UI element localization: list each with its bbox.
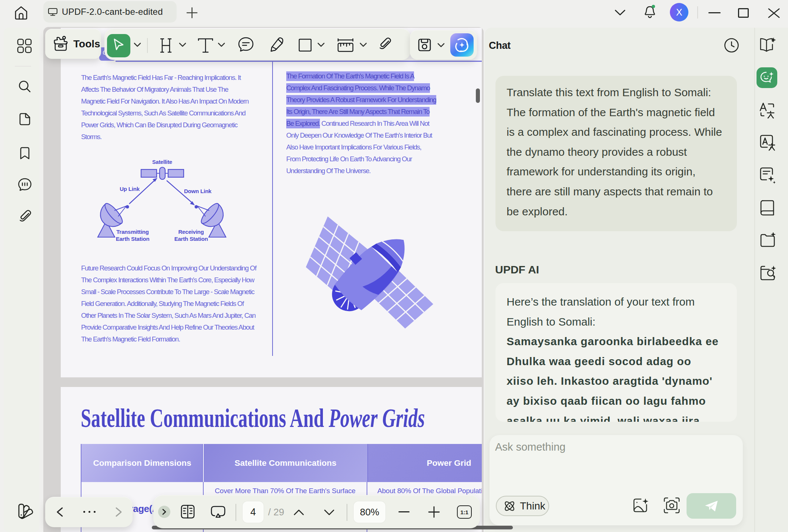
svg-text:Down Link: Down Link: [184, 188, 212, 194]
svg-text:Earth Station: Earth Station: [174, 236, 208, 242]
svg-text:Transmitting: Transmitting: [116, 229, 149, 235]
svg-text:Receiving: Receiving: [178, 229, 204, 235]
svg-text:Satellite: Satellite: [152, 159, 172, 165]
svg-text:Earth Station: Earth Station: [116, 236, 150, 242]
svg-text:Up Link: Up Link: [120, 186, 140, 192]
